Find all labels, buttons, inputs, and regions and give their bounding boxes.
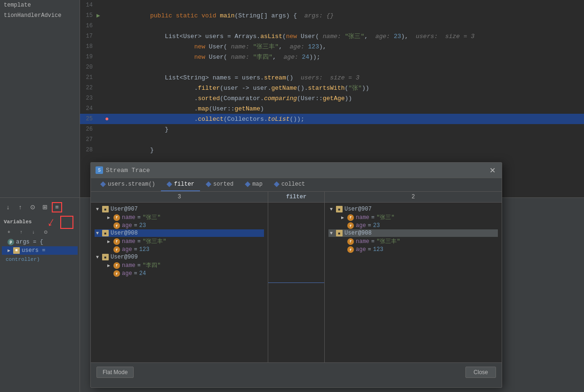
toolbar-btn-stream[interactable]: ≡ bbox=[52, 202, 62, 212]
right-col-body: ▼ ■ User@907 ▶ f name = "张三" bbox=[325, 203, 502, 362]
close-button[interactable]: Close bbox=[465, 367, 496, 378]
left-u909-age[interactable]: f age = 24 bbox=[106, 270, 264, 277]
var-toolbar-btn1[interactable]: + bbox=[4, 227, 14, 237]
bottom-toolbar: ↓ ↑ ⊙ ⊞ ≡ bbox=[0, 197, 80, 216]
left-u908-name[interactable]: ▶ f name = "张三丰" bbox=[106, 237, 264, 246]
flat-mode-button[interactable]: Flat Mode bbox=[96, 367, 134, 378]
code-line-26: 26 } bbox=[80, 124, 584, 134]
right-u907-name[interactable]: ▶ f name = "张三" bbox=[340, 213, 498, 222]
controller-label: controller) bbox=[2, 255, 78, 264]
var-item-users[interactable]: ▶ ■ users = bbox=[2, 246, 78, 255]
left-user909[interactable]: ▼ ■ User@909 ▶ f name = "李四" bbox=[95, 253, 264, 277]
right-user908-children: f name = "张三丰" f age = 123 bbox=[328, 237, 498, 253]
dialog-titlebar: S Stream Trace ✕ bbox=[91, 163, 502, 178]
left-col-header: 3 bbox=[91, 192, 268, 203]
toolbar-btn-down[interactable]: ↓ bbox=[3, 202, 13, 212]
code-line-19: 19 new User( name: "李四", age: 24)); bbox=[80, 52, 584, 62]
right-user907-row[interactable]: ▼ ■ User@907 bbox=[328, 205, 498, 213]
right-user907-children: ▶ f name = "张三" f age = 23 bbox=[328, 213, 498, 229]
right-column: 2 ▼ ■ User@907 ▶ f name = bbox=[325, 192, 502, 362]
red-box-annotation bbox=[60, 216, 73, 229]
variables-panel: Variables + ↑ ↓ ⊙ p args = { ▶ ■ users =… bbox=[0, 216, 80, 392]
tab-icon-users-stream bbox=[100, 181, 106, 187]
left-user907[interactable]: ▼ ■ User@907 ▶ f name = "张三" bbox=[95, 205, 264, 229]
left-user908[interactable]: ▼ ■ User@908 ▶ f name = "张三丰" bbox=[95, 229, 264, 253]
tab-collect[interactable]: collect bbox=[268, 178, 311, 191]
left-user907-row[interactable]: ▼ ■ User@907 bbox=[95, 205, 264, 213]
right-u907-age[interactable]: f age = 23 bbox=[340, 222, 498, 229]
right-user908-row[interactable]: ▼ ■ User@908 bbox=[328, 229, 498, 237]
left-user908-row[interactable]: ▼ ■ User@908 bbox=[95, 229, 264, 237]
center-col-body bbox=[268, 203, 324, 362]
dialog-footer: Flat Mode Close bbox=[91, 362, 502, 382]
left-u907-age[interactable]: f age = 23 bbox=[106, 222, 264, 229]
var-item-args[interactable]: p args = { bbox=[2, 238, 78, 246]
left-column: 3 ▼ ■ User@907 ▶ f name = bbox=[91, 192, 268, 362]
code-line-28: 28 } bbox=[80, 145, 584, 155]
sidebar-item-handler[interactable]: tionHandlerAdvice bbox=[0, 10, 80, 21]
dialog-content: 3 ▼ ■ User@907 ▶ f name = bbox=[91, 192, 502, 362]
left-user909-row[interactable]: ▼ ■ User@909 bbox=[95, 253, 264, 261]
code-line-15: 15 ▶ public static void main(String[] ar… bbox=[80, 10, 584, 21]
left-u907-name[interactable]: ▶ f name = "张三" bbox=[106, 213, 264, 222]
tab-filter[interactable]: filter bbox=[161, 178, 200, 191]
sidebar-item-template[interactable]: template bbox=[0, 0, 80, 10]
right-user908[interactable]: ▼ ■ User@908 f name = "张三丰" bbox=[328, 229, 498, 253]
dialog-tabs: users.stream() filter sorted map collect bbox=[91, 178, 502, 192]
tab-icon-sorted bbox=[206, 181, 211, 187]
left-u908-age[interactable]: f age = 123 bbox=[106, 246, 264, 253]
dialog-close-button[interactable]: ✕ bbox=[488, 165, 497, 175]
left-user908-children: ▶ f name = "张三丰" f age = 123 bbox=[95, 237, 264, 253]
dialog-title: S Stream Trace bbox=[96, 166, 150, 174]
center-col-header: filter bbox=[268, 192, 324, 203]
right-user907[interactable]: ▼ ■ User@907 ▶ f name = "张三" bbox=[328, 205, 498, 229]
tab-sorted[interactable]: sorted bbox=[200, 178, 239, 191]
left-col-body: ▼ ■ User@907 ▶ f name = "张三" bbox=[91, 203, 268, 362]
var-toolbar-btn2[interactable]: ↑ bbox=[16, 227, 26, 237]
stream-trace-icon: S bbox=[96, 166, 103, 174]
right-u908-age[interactable]: f age = 123 bbox=[340, 246, 498, 253]
toolbar-btn-table[interactable]: ⊞ bbox=[40, 202, 50, 212]
toolbar-btn-filter[interactable]: ⊙ bbox=[27, 202, 38, 212]
center-column: filter bbox=[268, 192, 325, 362]
connector-line bbox=[268, 282, 324, 283]
tab-icon-map bbox=[245, 181, 250, 187]
var-toolbar-btn3[interactable]: ↓ bbox=[28, 227, 39, 237]
tab-icon-filter bbox=[167, 181, 172, 187]
left-user907-children: ▶ f name = "张三" f age = 23 bbox=[95, 213, 264, 229]
tab-map[interactable]: map bbox=[239, 178, 268, 191]
right-col-header: 2 bbox=[325, 192, 502, 203]
stream-trace-dialog: S Stream Trace ✕ users.stream() filter s… bbox=[90, 162, 502, 388]
toolbar-btn-up[interactable]: ↑ bbox=[15, 202, 25, 212]
left-user909-children: ▶ f name = "李四" f age = 24 bbox=[95, 261, 264, 277]
right-u908-name[interactable]: f name = "张三丰" bbox=[340, 237, 498, 246]
tab-users-stream[interactable]: users.stream() bbox=[95, 178, 161, 191]
left-u909-name[interactable]: ▶ f name = "李四" bbox=[106, 261, 264, 270]
tab-icon-collect bbox=[274, 181, 280, 187]
